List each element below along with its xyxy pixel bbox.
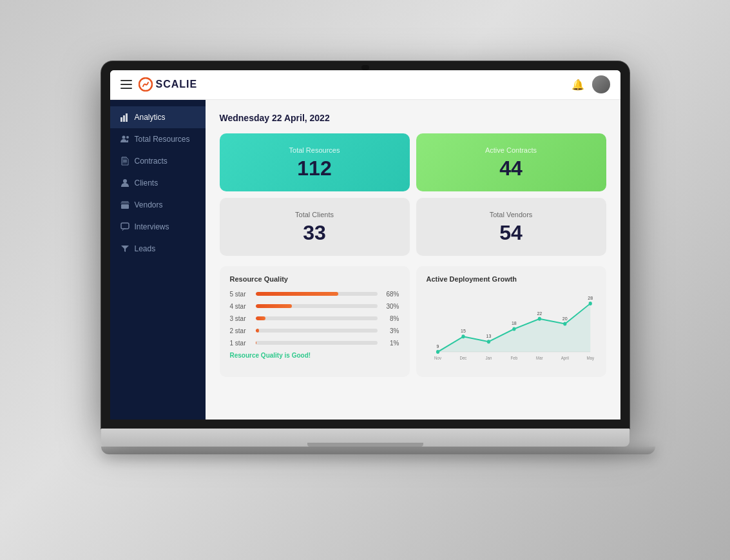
sidebar-label-clients: Clients (135, 179, 158, 188)
bar-row: 3 star 8% (230, 315, 399, 322)
camera-notch (361, 65, 369, 70)
bar-fill (256, 341, 257, 345)
sidebar-label-analytics: Analytics (135, 113, 166, 122)
sidebar-item-vendors[interactable]: Vendors (110, 194, 206, 216)
svg-rect-3 (126, 113, 128, 122)
sidebar-label-contracts: Contracts (135, 157, 168, 166)
stat-value-total-vendors: 54 (499, 222, 523, 243)
svg-text:April: April (561, 355, 569, 361)
stat-value-total-clients: 33 (303, 222, 326, 243)
topbar-actions: 🔔 (572, 75, 610, 93)
bar-label: 4 star (230, 303, 251, 310)
bar-track (256, 292, 378, 296)
bar-fill (256, 304, 293, 308)
menu-button[interactable] (120, 80, 132, 89)
sidebar-label-leads: Leads (135, 244, 156, 253)
stats-grid: Total Resources 112 Active Contracts 44 … (220, 133, 606, 256)
bottom-section: Resource Quality 5 star 68% 4 star 30% 3… (220, 266, 606, 377)
svg-text:13: 13 (486, 333, 491, 339)
stat-label-total-resources: Total Resources (289, 146, 340, 154)
svg-rect-1 (120, 117, 122, 122)
main-panel: Wednesday 22 April, 2022 Total Resources… (206, 100, 620, 420)
quality-note: Resource Quality is Good! (230, 352, 399, 359)
bar-label: 2 star (230, 327, 251, 334)
bar-pct: 3% (383, 327, 399, 334)
sidebar-label-interviews: Interviews (135, 222, 169, 231)
laptop-stand (101, 447, 655, 454)
stat-card-active-contracts: Active Contracts 44 (416, 133, 606, 191)
svg-point-9 (123, 179, 127, 183)
user-avatar[interactable] (592, 75, 610, 93)
svg-rect-2 (123, 115, 125, 122)
svg-point-20 (486, 340, 490, 343)
logo-text: SCALIE (156, 79, 198, 90)
sidebar-label-total-resources: Total Resources (135, 135, 190, 144)
svg-point-23 (512, 327, 515, 331)
filter-icon (120, 244, 130, 253)
logo: SCALIE (139, 77, 198, 92)
bar-track (256, 329, 378, 333)
chat-icon (120, 222, 130, 231)
bar-row: 1 star 1% (230, 340, 399, 347)
svg-rect-12 (121, 223, 129, 229)
svg-text:22: 22 (537, 310, 542, 316)
bar-pct: 8% (383, 315, 399, 322)
stat-label-active-contracts: Active Contracts (485, 146, 537, 154)
svg-text:Mar: Mar (536, 355, 543, 360)
bar-track (256, 304, 378, 308)
sidebar-item-clients[interactable]: Clients (110, 172, 206, 194)
store-icon (120, 200, 130, 209)
bar-row: 4 star 30% (230, 303, 399, 310)
svg-text:28: 28 (588, 294, 593, 301)
sidebar-label-vendors: Vendors (135, 200, 163, 209)
svg-point-14 (436, 350, 439, 354)
stat-card-total-vendors: Total Vendors 54 (416, 198, 606, 256)
svg-text:9: 9 (436, 343, 439, 349)
bar-fill (256, 292, 339, 296)
svg-text:18: 18 (511, 320, 516, 327)
logo-icon (139, 77, 153, 92)
deployment-growth-card: Active Deployment Growth 9Nov15Dec13Jan1… (416, 266, 606, 377)
bars-container: 5 star 68% 4 star 30% 3 star 8% 2 star 3… (230, 291, 399, 347)
stat-label-total-clients: Total Clients (295, 211, 334, 218)
bar-track (256, 316, 378, 320)
svg-point-5 (126, 136, 129, 139)
sidebar-item-contracts[interactable]: Contracts (110, 150, 206, 172)
person-icon (120, 179, 130, 188)
svg-text:Nov: Nov (434, 355, 442, 360)
stat-value-active-contracts: 44 (499, 158, 523, 179)
stat-card-total-resources: Total Resources 112 (220, 133, 410, 191)
bar-fill (256, 316, 265, 320)
sidebar-item-total-resources[interactable]: Total Resources (110, 128, 206, 150)
bar-fill (256, 329, 260, 333)
svg-text:Dec: Dec (459, 355, 467, 360)
svg-point-4 (122, 135, 125, 139)
svg-text:May: May (586, 355, 594, 361)
sidebar-item-analytics[interactable]: Analytics (110, 106, 206, 128)
deployment-growth-title: Active Deployment Growth (427, 275, 596, 283)
svg-text:20: 20 (562, 315, 567, 322)
resource-quality-title: Resource Quality (230, 275, 399, 283)
svg-text:15: 15 (461, 327, 466, 334)
bar-pct: 1% (383, 340, 399, 347)
laptop-base (101, 429, 629, 447)
bar-pct: 68% (383, 291, 399, 298)
stat-value-total-resources: 112 (297, 158, 331, 179)
users-icon (120, 135, 130, 144)
notification-bell-icon[interactable]: 🔔 (572, 79, 584, 91)
stat-card-total-clients: Total Clients 33 (220, 198, 410, 256)
topbar: SCALIE 🔔 (110, 70, 620, 100)
svg-point-32 (588, 302, 591, 305)
sidebar: Analytics Total Resources Contracts Clie… (110, 100, 206, 420)
bar-label: 1 star (230, 340, 251, 347)
sidebar-item-interviews[interactable]: Interviews (110, 216, 206, 238)
bar-label: 5 star (230, 291, 251, 298)
svg-text:Feb: Feb (510, 355, 517, 360)
line-chart: 9Nov15Dec13Jan18Feb22Mar20April28May (427, 291, 596, 368)
document-icon (120, 157, 130, 166)
bar-track (256, 341, 378, 345)
svg-text:Jan: Jan (485, 355, 492, 360)
bar-row: 5 star 68% (230, 291, 399, 298)
bar-chart-icon (120, 113, 130, 122)
sidebar-item-leads[interactable]: Leads (110, 238, 206, 260)
